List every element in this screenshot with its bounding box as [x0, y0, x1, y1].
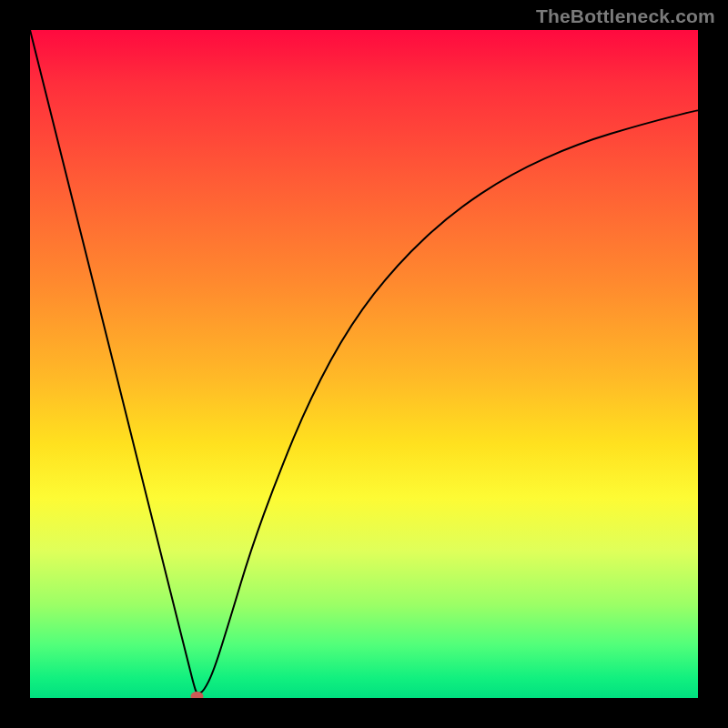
bottleneck-curve	[30, 30, 698, 698]
chart-frame: TheBottleneck.com	[0, 0, 728, 728]
plot-area	[30, 30, 698, 698]
watermark-text: TheBottleneck.com	[536, 5, 715, 27]
